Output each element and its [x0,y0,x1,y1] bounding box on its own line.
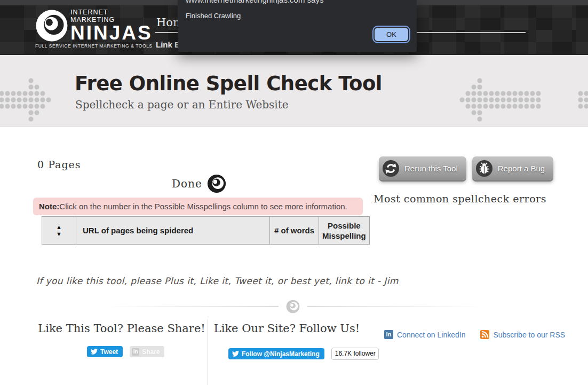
author-note: If you like this tool, please Plus it, L… [36,276,399,286]
note-text: Click on the number in the Possible Miss… [59,202,347,211]
divider-line [107,307,279,307]
twitter-bird-icon [91,349,98,355]
dialog-message: Finished Crawling [186,12,417,20]
spider-results-table: ▲ ▼ URL of pages being spidered # of wor… [42,216,370,245]
site-logo[interactable]: INTERNET MARKETING NINJAS FULL SERVICE I… [35,9,147,49]
report-bug-label: Report a Bug [498,164,545,173]
linkedin-icon: in [132,348,139,356]
bug-icon [475,160,493,177]
twitter-follow-button[interactable]: Follow @NinjasMarketing [228,348,324,359]
report-bug-button[interactable]: Report a Bug [472,156,553,180]
divider-swirl-icon [286,300,300,313]
crawl-status: Done [172,174,226,193]
dotted-arrow-right-icon [0,77,52,122]
rss-subscribe-link[interactable]: Subscribe to our RSS [480,330,565,339]
misspelling-column-header[interactable]: Possible Misspelling [319,217,370,245]
dotted-arrow-left-icon [459,77,588,122]
ninja-swirl-icon [35,9,68,42]
rerun-tool-button[interactable]: Rerun this Tool [379,156,466,180]
hero-section: Free Online Spell Check Tool Spellcheck … [0,55,588,127]
section-divider [107,299,483,314]
followers-count[interactable]: 16.7K follower [331,348,379,360]
logo-line2: NINJAS [70,23,153,43]
divider-line [307,307,483,307]
url-column-header[interactable]: URL of pages being spidered [76,217,270,245]
share-buttons: Tweet in Share [87,346,164,357]
common-errors-link[interactable]: Most common spellcheck errors [374,193,546,205]
logo-line1: INTERNET MARKETING [70,9,153,23]
tweet-label: Tweet [100,348,118,356]
table-header-row: ▲ ▼ URL of pages being spidered # of wor… [42,217,370,245]
page-subtitle: Spellcheck a page or an Entire Website [75,98,289,111]
sort-column-header[interactable]: ▲ ▼ [42,217,76,245]
done-label: Done [172,177,202,190]
follow-widgets: Follow @NinjasMarketing 16.7K follower [228,348,379,360]
refresh-icon [382,160,400,177]
rss-subscribe-label: Subscribe to our RSS [493,331,565,339]
social-links: in Connect on LinkedIn Subscribe to our … [384,330,565,339]
pages-count: 0 Pages [37,159,81,170]
rerun-tool-label: Rerun this Tool [404,164,458,173]
sort-desc-icon[interactable]: ▼ [42,231,76,238]
page-title: Free Online Spell Check Tool [75,72,382,95]
action-buttons: Rerun this Tool Report a Bug [379,156,553,180]
note-banner: Note:Click on the number in the Possible… [33,198,363,215]
note-label: Note: [39,202,59,211]
ok-button[interactable]: OK [375,28,408,41]
rss-icon [480,330,489,339]
linkedin-connect-link[interactable]: in Connect on LinkedIn [384,330,465,339]
browser-alert-dialog: www.internetmarketingninjas.com says Fin… [178,0,417,52]
dialog-origin-text: www.internetmarketingninjas.com says [186,0,417,4]
tweet-button[interactable]: Tweet [87,346,123,357]
linkedin-share-button[interactable]: in Share [130,346,164,357]
linkedin-share-label: Share [142,348,160,356]
nav-item-link-explorer[interactable]: Link E [156,40,180,49]
sort-asc-icon[interactable]: ▲ [42,224,76,231]
linkedin-icon: in [384,330,393,339]
logo-tagline: FULL SERVICE INTERNET MARKETING & TOOLS [35,43,147,49]
words-column-header[interactable]: # of words [270,217,319,245]
follow-heading: Like Our Site? Follow Us! [213,322,360,335]
twitter-bird-icon [232,351,239,357]
share-heading: Like This Tool? Please Share! [32,322,211,335]
page: INTERNET MARKETING NINJAS FULL SERVICE I… [0,0,588,385]
follow-label: Follow @NinjasMarketing [242,350,320,358]
linkedin-connect-label: Connect on LinkedIn [397,331,465,339]
spinner-swirl-icon [207,174,226,193]
